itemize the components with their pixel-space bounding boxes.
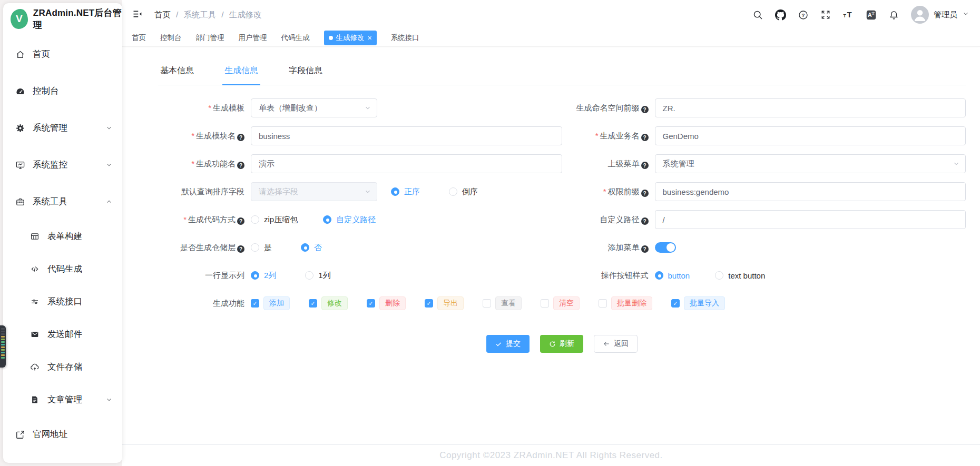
feature-batch-delete[interactable]: ✓批量删除	[599, 296, 652, 310]
handle-stripe	[1, 346, 5, 348]
sort-field-select[interactable]: 请选择字段	[251, 182, 377, 201]
help-icon[interactable]: ?	[641, 217, 649, 225]
help-icon[interactable]: ?	[237, 162, 244, 169]
radio-sort-asc[interactable]: 正序	[391, 187, 420, 197]
required-asterisk: *	[191, 159, 194, 168]
page-tab-genedit-active[interactable]: 生成修改 ×	[324, 31, 377, 45]
page-tab-api[interactable]: 系统接口	[391, 33, 419, 43]
radio-button-style[interactable]: button	[655, 271, 690, 280]
sidebar-item-send-mail[interactable]: 发送邮件	[3, 318, 122, 351]
sidebar-item-console[interactable]: 控制台	[3, 73, 122, 110]
search-icon[interactable]	[752, 9, 763, 21]
gen-template-select[interactable]: 单表（增删改查）	[251, 98, 377, 117]
feature-batch-import[interactable]: ✓批量导入	[671, 296, 725, 310]
page-tab-codegen[interactable]: 代码生成	[281, 33, 310, 43]
help-icon[interactable]: ?	[641, 245, 649, 253]
page-tabbar: 首页 控制台 部门管理 用户管理 代码生成 生成修改 × 系统接口	[122, 29, 980, 47]
app-logo[interactable]: V ZRAdmin.NET后台管理	[3, 3, 122, 35]
feature-add[interactable]: ✓添加	[251, 296, 290, 310]
tab-basic-info[interactable]: 基本信息	[158, 65, 196, 85]
radio-repo-no[interactable]: 否	[301, 243, 322, 253]
custom-path-input[interactable]: /	[655, 210, 966, 229]
top-header: 首页 / 系统工具 / 生成修改 ? T	[122, 0, 980, 29]
sidebar-item-article-manage[interactable]: 文章管理	[3, 383, 122, 416]
back-button[interactable]: 返回	[594, 335, 638, 353]
feature-delete[interactable]: ✓删除	[367, 296, 406, 310]
button-label: 返回	[614, 339, 629, 349]
breadcrumb-item-home[interactable]: 首页	[154, 9, 171, 21]
help-icon[interactable]: ?	[237, 134, 244, 141]
sidebar-item-system-tools[interactable]: 系统工具	[3, 183, 122, 220]
feature-view[interactable]: ✓查看	[483, 296, 522, 310]
app-root: 首页 / 系统工具 / 生成修改 ? T	[0, 0, 980, 466]
logo-icon: V	[11, 9, 28, 29]
sidebar-item-system-manage[interactable]: 系统管理	[3, 110, 122, 146]
sidebar-item-website-link[interactable]: 官网地址	[3, 416, 122, 453]
perm-prefix-input[interactable]: business:gendemo	[655, 182, 966, 201]
chevron-down-icon	[105, 161, 113, 168]
cloud-upload-icon	[30, 362, 40, 372]
menu-label: 系统管理	[33, 122, 67, 134]
page-tab-user[interactable]: 用户管理	[239, 33, 267, 43]
sidebar-collapse-button[interactable]	[132, 8, 143, 22]
collapse-menu-icon	[132, 8, 143, 22]
header-toolbar: ? TT A文 管理员	[752, 6, 969, 24]
fullscreen-icon[interactable]	[820, 9, 831, 20]
field-label: 生成命名空间前缀?	[562, 103, 655, 113]
language-icon[interactable]: A文	[866, 9, 877, 21]
tab-gen-info[interactable]: 生成信息	[222, 65, 260, 85]
sidebar-item-system-api[interactable]: 系统接口	[3, 285, 122, 318]
radio-custom-path[interactable]: 自定义路径	[323, 215, 376, 225]
parent-menu-select[interactable]: 系统管理	[655, 154, 966, 173]
feature-edit[interactable]: ✓修改	[309, 296, 348, 310]
feature-export[interactable]: ✓导出	[425, 296, 464, 310]
help-icon[interactable]: ?	[641, 162, 649, 169]
radio-repo-yes[interactable]: 是	[251, 243, 272, 253]
business-name-input[interactable]: GenDemo	[655, 126, 966, 145]
page-tab-console[interactable]: 控制台	[160, 33, 182, 43]
github-icon[interactable]	[775, 9, 786, 21]
tab-field-info[interactable]: 字段信息	[287, 65, 325, 85]
help-icon[interactable]: ?	[641, 106, 649, 113]
feature-truncate[interactable]: ✓清空	[541, 296, 580, 310]
field-namespace: 生成命名空间前缀? ZR.	[562, 98, 966, 117]
submit-button[interactable]: 提交	[486, 335, 530, 353]
add-menu-toggle[interactable]	[655, 242, 676, 253]
module-name-input[interactable]: business	[251, 126, 562, 145]
radio-one-col[interactable]: 1列	[305, 271, 330, 281]
help-icon[interactable]: ?	[237, 245, 244, 253]
help-icon[interactable]: ?	[798, 9, 809, 21]
radio-icon	[301, 243, 309, 252]
sidebar-item-home[interactable]: 首页	[3, 36, 122, 73]
help-icon[interactable]: ?	[641, 190, 649, 197]
user-menu[interactable]: 管理员	[911, 6, 969, 24]
help-icon[interactable]: ?	[237, 217, 244, 225]
feature-tag: 导出	[437, 296, 464, 310]
tab-close-icon[interactable]: ×	[368, 34, 372, 42]
breadcrumb-item-tools[interactable]: 系统工具	[183, 9, 216, 21]
radio-zip[interactable]: zip压缩包	[251, 215, 298, 225]
page-tab-dept[interactable]: 部门管理	[196, 33, 224, 43]
menu-label: 代码生成	[47, 263, 82, 275]
arrow-left-icon	[603, 340, 610, 348]
radio-two-cols[interactable]: 2列	[251, 271, 276, 281]
bell-icon[interactable]	[888, 9, 899, 21]
field-label: 自定义路径?	[562, 215, 655, 225]
page-tab-home[interactable]: 首页	[132, 33, 146, 43]
font-size-icon[interactable]: TT	[842, 9, 854, 21]
side-drawer-handle[interactable]	[0, 325, 6, 368]
sidebar-item-file-storage[interactable]: 文件存储	[3, 351, 122, 383]
function-name-input[interactable]: 演示	[251, 154, 562, 173]
radio-sort-desc[interactable]: 倒序	[449, 187, 478, 197]
sidebar-item-form-builder[interactable]: 表单构建	[3, 220, 122, 253]
feature-tag: 删除	[379, 296, 406, 310]
handle-stripe	[1, 344, 5, 345]
sidebar-item-code-gen[interactable]: 代码生成	[3, 253, 122, 285]
feature-tag: 批量导入	[684, 296, 725, 310]
namespace-input[interactable]: ZR.	[655, 98, 966, 117]
sidebar-item-system-monitor[interactable]: 系统监控	[3, 146, 122, 183]
help-icon[interactable]: ?	[641, 134, 649, 141]
handle-stripe	[1, 339, 5, 340]
radio-text-button-style[interactable]: text button	[715, 271, 765, 280]
refresh-button[interactable]: 刷新	[540, 335, 583, 353]
